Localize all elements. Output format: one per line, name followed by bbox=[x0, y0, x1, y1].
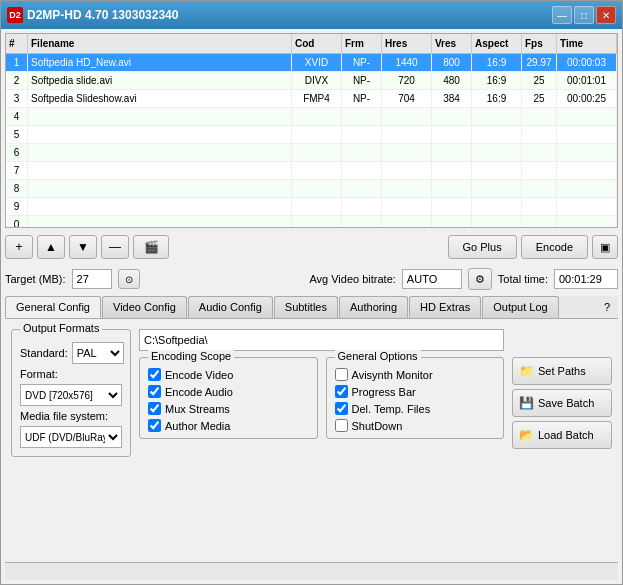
mux-streams-checkbox[interactable] bbox=[148, 402, 161, 415]
shutdown-label: ShutDown bbox=[352, 420, 403, 432]
encode-video-checkbox[interactable] bbox=[148, 368, 161, 381]
minimize-button[interactable]: — bbox=[552, 6, 572, 24]
mux-streams-label: Mux Streams bbox=[165, 403, 230, 415]
encoding-scope-group: Encoding Scope Encode Video Encode Audio bbox=[139, 357, 318, 439]
cell-cod: XVID bbox=[292, 54, 342, 71]
cell-fps: 25 bbox=[522, 90, 557, 107]
cell-filename: Softpedia HD_New.avi bbox=[28, 54, 292, 71]
cell-num: 8 bbox=[6, 180, 28, 197]
go-plus-button[interactable]: Go Plus bbox=[448, 235, 517, 259]
set-paths-label: Set Paths bbox=[538, 365, 586, 377]
col-frm: Frm bbox=[342, 34, 382, 53]
table-header: # Filename Cod Frm Hres Vres Aspect Fps … bbox=[6, 34, 617, 54]
table-row[interactable]: 3 Softpedia Slideshow.avi FMP4 NP- 704 3… bbox=[6, 90, 617, 108]
standard-select[interactable]: PAL NTSC bbox=[72, 342, 124, 364]
up-button[interactable]: ▲ bbox=[37, 235, 65, 259]
table-row[interactable]: 8 bbox=[6, 180, 617, 198]
tab-video-config[interactable]: Video Config bbox=[102, 296, 187, 318]
window-controls: — □ ✕ bbox=[552, 6, 616, 24]
output-path-input[interactable] bbox=[139, 329, 504, 351]
cell-num: 6 bbox=[6, 144, 28, 161]
monitor-button[interactable]: ▣ bbox=[592, 235, 618, 259]
encode-button[interactable]: Encode bbox=[521, 235, 588, 259]
target-label: Target (MB): bbox=[5, 273, 66, 285]
cell-frm: NP- bbox=[342, 72, 382, 89]
encode-video-row: Encode Video bbox=[148, 368, 309, 381]
cell-frm: NP- bbox=[342, 54, 382, 71]
cell-time: 00:00:25 bbox=[557, 90, 617, 107]
save-batch-button[interactable]: 💾 Save Batch bbox=[512, 389, 612, 417]
close-button[interactable]: ✕ bbox=[596, 6, 616, 24]
shutdown-checkbox[interactable] bbox=[335, 419, 348, 432]
load-batch-button[interactable]: 📂 Load Batch bbox=[512, 421, 612, 449]
main-content: # Filename Cod Frm Hres Vres Aspect Fps … bbox=[1, 29, 622, 584]
general-options-group: General Options Avisynth Monitor Progres… bbox=[326, 357, 505, 439]
progress-bar-checkbox[interactable] bbox=[335, 385, 348, 398]
film-button[interactable]: 🎬 bbox=[133, 235, 169, 259]
table-row[interactable]: 0 bbox=[6, 216, 617, 227]
title-bar: D2 D2MP-HD 4.70 1303032340 — □ ✕ bbox=[1, 1, 622, 29]
avisynth-checkbox[interactable] bbox=[335, 368, 348, 381]
shutdown-row: ShutDown bbox=[335, 419, 496, 432]
total-time-input[interactable] bbox=[554, 269, 618, 289]
set-paths-button[interactable]: 📁 Set Paths bbox=[512, 357, 612, 385]
tab-output-log[interactable]: Output Log bbox=[482, 296, 558, 318]
down-button[interactable]: ▼ bbox=[69, 235, 97, 259]
table-row[interactable]: 7 bbox=[6, 162, 617, 180]
encode-audio-checkbox[interactable] bbox=[148, 385, 161, 398]
cell-hres: 720 bbox=[382, 72, 432, 89]
author-media-row: Author Media bbox=[148, 419, 309, 432]
window-title: D2MP-HD 4.70 1303032340 bbox=[27, 8, 178, 22]
cell-aspect: 16:9 bbox=[472, 90, 522, 107]
set-paths-icon: 📁 bbox=[519, 364, 534, 378]
tab-general-config[interactable]: General Config bbox=[5, 296, 101, 318]
cell-time: 00:00:03 bbox=[557, 54, 617, 71]
media-fs-label: Media file system: bbox=[20, 410, 108, 422]
table-row[interactable]: 5 bbox=[6, 126, 617, 144]
del-temp-checkbox[interactable] bbox=[335, 402, 348, 415]
cell-vres: 384 bbox=[432, 90, 472, 107]
target-settings-icon[interactable]: ⊙ bbox=[118, 269, 140, 289]
table-row[interactable]: 4 bbox=[6, 108, 617, 126]
table-row[interactable]: 2 Softpedia slide.avi DIVX NP- 720 480 1… bbox=[6, 72, 617, 90]
tab-content: Output Formats Standard: PAL NTSC Format… bbox=[5, 323, 618, 558]
cell-fps: 29.97 bbox=[522, 54, 557, 71]
avg-bitrate-input[interactable] bbox=[402, 269, 462, 289]
media-fs-select[interactable]: UDF (DVD/BluRay) ISO9660 bbox=[20, 426, 122, 448]
tab-subtitles[interactable]: Subtitles bbox=[274, 296, 338, 318]
add-button[interactable]: + bbox=[5, 235, 33, 259]
avg-bitrate-label: Avg Video bitrate: bbox=[309, 273, 395, 285]
cell-cod: FMP4 bbox=[292, 90, 342, 107]
encoding-scope-title: Encoding Scope bbox=[148, 350, 234, 362]
cell-time: 00:01:01 bbox=[557, 72, 617, 89]
cell-num: 4 bbox=[6, 108, 28, 125]
del-temp-row: Del. Temp. Files bbox=[335, 402, 496, 415]
app-icon: D2 bbox=[7, 7, 23, 23]
tab-authoring[interactable]: Authoring bbox=[339, 296, 408, 318]
tabs-bar: General Config Video Config Audio Config… bbox=[5, 296, 618, 319]
cell-aspect: 16:9 bbox=[472, 72, 522, 89]
table-row[interactable]: 9 bbox=[6, 198, 617, 216]
target-input[interactable] bbox=[72, 269, 112, 289]
table-row[interactable]: 6 bbox=[6, 144, 617, 162]
table-row[interactable]: 1 Softpedia HD_New.avi XVID NP- 1440 800… bbox=[6, 54, 617, 72]
col-cod: Cod bbox=[292, 34, 342, 53]
del-temp-label: Del. Temp. Files bbox=[352, 403, 431, 415]
format-select[interactable]: DVD [720x576] Blu-ray bbox=[20, 384, 122, 406]
tab-audio-config[interactable]: Audio Config bbox=[188, 296, 273, 318]
progress-bar-label: Progress Bar bbox=[352, 386, 416, 398]
help-button[interactable]: ? bbox=[596, 296, 618, 318]
cell-vres: 800 bbox=[432, 54, 472, 71]
col-hres: Hres bbox=[382, 34, 432, 53]
cell-cod: DIVX bbox=[292, 72, 342, 89]
left-panel: Output Formats Standard: PAL NTSC Format… bbox=[11, 329, 131, 552]
bitrate-settings-icon[interactable]: ⚙ bbox=[468, 268, 492, 290]
restore-button[interactable]: □ bbox=[574, 6, 594, 24]
remove-button[interactable]: — bbox=[101, 235, 129, 259]
cell-num: 5 bbox=[6, 126, 28, 143]
author-media-checkbox[interactable] bbox=[148, 419, 161, 432]
tab-hd-extras[interactable]: HD Extras bbox=[409, 296, 481, 318]
col-vres: Vres bbox=[432, 34, 472, 53]
target-row: Target (MB): ⊙ Avg Video bitrate: ⚙ Tota… bbox=[5, 266, 618, 292]
col-aspect: Aspect bbox=[472, 34, 522, 53]
